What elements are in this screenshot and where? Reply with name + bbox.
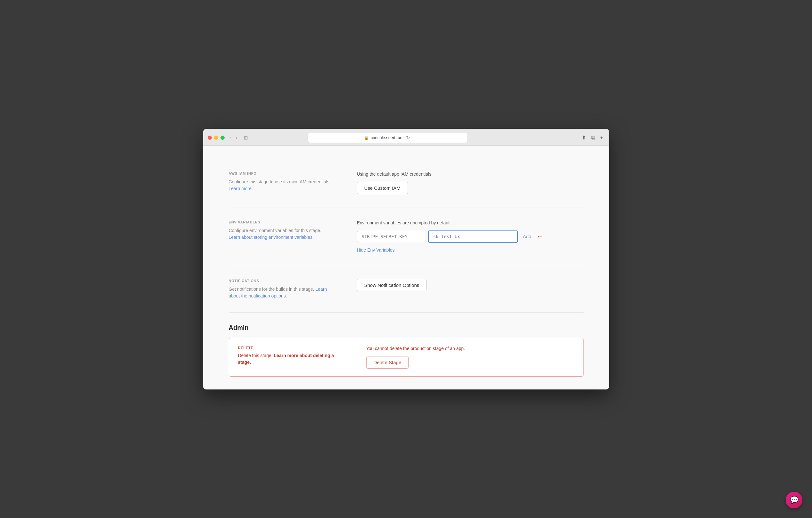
iam-section: AWS IAM INFO Configure this stage to use… (229, 159, 583, 207)
tab-button[interactable]: ⊞ (242, 134, 250, 141)
back-button[interactable]: ‹ (228, 134, 233, 141)
iam-section-title: AWS IAM INFO (229, 172, 331, 175)
delete-stage-button[interactable]: Delete Stage (366, 356, 409, 369)
browser-chrome: ‹ › ⊞ 🔒 console.seed.run ↻ ⬆ ⧉ + (203, 129, 609, 146)
delete-right: You cannot delete the production stage o… (366, 346, 574, 369)
iam-learn-more-link[interactable]: Learn more. (229, 186, 253, 191)
url-text: console.seed.run (371, 135, 403, 140)
delete-title: DELETE (238, 346, 341, 350)
lock-icon: 🔒 (364, 136, 369, 140)
add-tab-button[interactable]: + (599, 134, 605, 142)
admin-section: Admin DELETE Delete this stage. Learn mo… (229, 313, 583, 377)
address-bar[interactable]: 🔒 console.seed.run ↻ (308, 133, 468, 143)
add-env-button[interactable]: Add (522, 234, 533, 239)
new-window-button[interactable]: ⧉ (590, 134, 596, 142)
admin-title: Admin (229, 324, 583, 332)
env-section-desc: Configure environment variables for this… (229, 227, 331, 241)
notifications-section-desc: Get notifications for the builds in this… (229, 286, 331, 299)
arrow-indicator: ← (536, 232, 544, 241)
notifications-section-title: NOTIFICATIONS (229, 279, 331, 283)
iam-status-text: Using the default app IAM credentials. (357, 172, 583, 177)
env-section: ENV VARIABLES Configure environment vari… (229, 207, 583, 266)
iam-section-left: AWS IAM INFO Configure this stage to use… (229, 172, 331, 194)
forward-button[interactable]: › (234, 134, 239, 141)
notifications-section: NOTIFICATIONS Get notifications for the … (229, 266, 583, 313)
env-section-right: Environment variables are encrypted by d… (357, 220, 583, 253)
env-section-left: ENV VARIABLES Configure environment vari… (229, 220, 331, 253)
env-encrypted-note: Environment variables are encrypted by d… (357, 220, 583, 225)
hide-env-button[interactable]: Hide Env Variables (357, 248, 395, 253)
delete-box: DELETE Delete this stage. Learn more abo… (229, 338, 583, 377)
notifications-section-left: NOTIFICATIONS Get notifications for the … (229, 279, 331, 299)
chat-bubble-button[interactable]: 💬 (786, 492, 802, 508)
env-value-input[interactable] (428, 230, 518, 243)
env-desc-text: Configure environment variables for this… (229, 228, 321, 233)
delete-desc: Delete this stage. Learn more about dele… (238, 352, 341, 366)
close-button[interactable] (208, 136, 212, 140)
use-custom-iam-button[interactable]: Use Custom IAM (357, 182, 408, 194)
delete-desc-text: Delete this stage. (238, 353, 273, 358)
env-section-title: ENV VARIABLES (229, 220, 331, 224)
nav-buttons: ‹ › (228, 134, 239, 141)
env-key-input[interactable] (357, 231, 424, 242)
minimize-button[interactable] (214, 136, 218, 140)
refresh-button[interactable]: ↻ (404, 134, 412, 141)
notifications-desc-text: Get notifications for the builds in this… (229, 287, 314, 292)
browser-actions: ⬆ ⧉ + (580, 134, 605, 142)
iam-section-right: Using the default app IAM credentials. U… (357, 172, 583, 194)
delete-warning-text: You cannot delete the production stage o… (366, 346, 574, 351)
traffic-lights (208, 136, 225, 140)
delete-left: DELETE Delete this stage. Learn more abo… (238, 346, 341, 366)
iam-section-desc: Configure this stage to use its own IAM … (229, 178, 331, 192)
iam-desc-text: Configure this stage to use its own IAM … (229, 179, 331, 184)
page-content: AWS IAM INFO Configure this stage to use… (203, 146, 609, 390)
env-learn-link[interactable]: Learn about storing environment variable… (229, 235, 314, 240)
show-notification-options-button[interactable]: Show Notification Options (357, 279, 427, 291)
browser-window: ‹ › ⊞ 🔒 console.seed.run ↻ ⬆ ⧉ + AWS IAM… (203, 129, 609, 390)
env-inputs-row: Add ← (357, 230, 583, 243)
maximize-button[interactable] (221, 136, 225, 140)
chat-icon: 💬 (790, 496, 799, 504)
notifications-section-right: Show Notification Options (357, 279, 583, 299)
share-button[interactable]: ⬆ (580, 134, 587, 142)
